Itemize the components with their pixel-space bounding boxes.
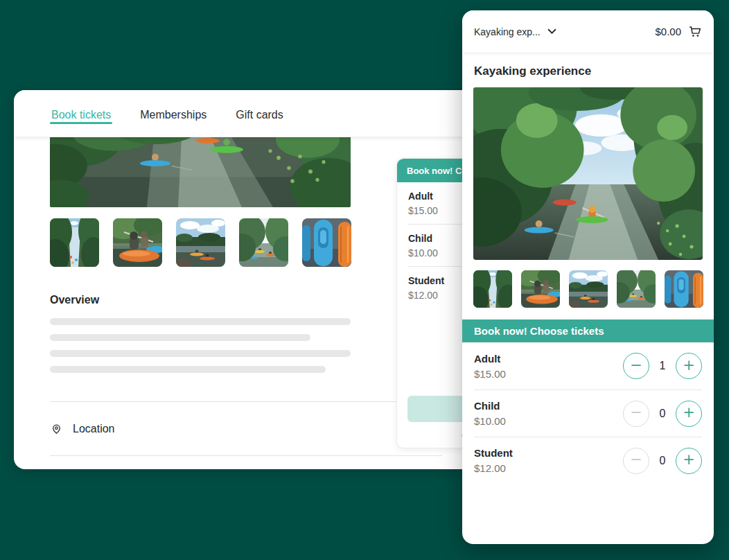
quantity-stepper: − 0 + [623,448,702,474]
ticket-price: $15.00 [474,368,506,380]
skeleton-line [50,318,351,325]
adult-quantity: 1 [657,360,668,372]
thumbnail-lake[interactable] [176,218,225,267]
event-main-photo[interactable] [50,137,351,207]
increase-adult-button[interactable]: + [676,353,702,379]
map-pin-icon [50,422,63,435]
ticket-row-child: Child $10.00 − 0 + [474,390,702,437]
thumbnail-kayaks[interactable] [665,270,703,308]
thumbnail-river[interactable] [50,218,99,267]
plus-icon: + [683,358,695,373]
tab-bar: Book tickets Memberships Gift cards [14,90,478,137]
photo-thumbnails [50,218,442,267]
decrease-child-button[interactable]: − [623,401,649,427]
skeleton-line [50,350,351,357]
skeleton-line [50,366,326,373]
overview-heading: Overview [50,294,442,306]
thumbnail-river-group[interactable] [617,270,656,308]
cart-total: $0.00 [655,26,681,37]
checkout-panel: Kayaking exp... $0.00 Kayaking experienc… [462,10,714,544]
quantity-stepper: − 1 + [623,353,702,379]
tab-gift-cards[interactable]: Gift cards [234,94,284,134]
location-label: Location [73,423,432,435]
minus-icon: − [630,358,642,373]
child-quantity: 0 [657,408,668,420]
ticket-row-adult: Adult $15.00 − 1 + [474,342,702,390]
student-quantity: 0 [657,455,668,467]
chevron-down-icon [547,28,556,35]
ticket-row-student: Student $12.00 − 0 + [474,437,702,484]
ticket-price: $10.00 [474,415,506,427]
product-selector-dropdown[interactable]: Kayaking exp... [474,26,556,37]
thumbnail-lake[interactable] [569,270,608,308]
photo-thumbnails [473,270,703,308]
decrease-adult-button[interactable]: − [623,353,649,379]
experience-title: Kayaking experience [474,64,702,78]
product-selector-value: Kayaking exp... [474,26,541,37]
minus-icon: − [630,453,642,467]
tab-book-tickets-label: Book tickets [51,109,111,121]
plus-icon: + [683,453,695,467]
minus-icon: − [630,405,642,420]
active-tab-underline [50,122,112,124]
decrease-student-button[interactable]: − [623,448,649,474]
tab-memberships[interactable]: Memberships [139,94,208,134]
book-now-banner: Book now! Choose tickets [462,320,714,342]
checkout-panel-header: Kayaking exp... $0.00 [462,10,714,53]
tab-book-tickets[interactable]: Book tickets [50,94,112,134]
quantity-stepper: − 0 + [623,401,702,427]
skeleton-line [50,334,310,341]
thumbnail-paddlers[interactable] [113,218,162,267]
cart-icon [687,24,702,39]
tab-gift-cards-label: Gift cards [236,109,283,121]
tab-memberships-label: Memberships [140,109,207,121]
location-accordion[interactable]: Location [50,402,442,455]
ticket-name: Child [474,400,506,412]
increase-student-button[interactable]: + [676,448,702,474]
cart-summary[interactable]: $0.00 [655,24,702,39]
ticket-name: Student [474,447,513,459]
ticket-price: $12.00 [474,462,513,474]
experience-main-photo[interactable] [473,87,703,260]
thumbnail-river[interactable] [473,270,512,308]
thumbnail-river-group[interactable] [239,218,288,267]
increase-child-button[interactable]: + [676,401,702,427]
section-divider [50,455,442,456]
ticket-name: Adult [474,353,506,365]
plus-icon: + [683,405,695,420]
thumbnail-paddlers[interactable] [521,270,560,308]
thumbnail-kayaks[interactable] [302,218,351,267]
